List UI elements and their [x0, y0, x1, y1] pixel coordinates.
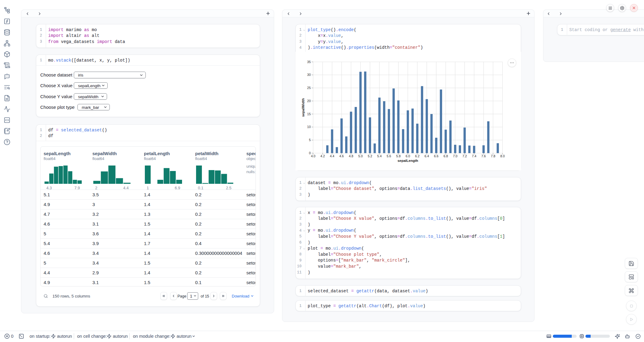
svg-text:4.6: 4.6 [339, 154, 344, 158]
svg-text:4.8: 4.8 [349, 154, 353, 158]
svg-text:10: 10 [307, 125, 311, 129]
svg-text:sepalWidth: sepalWidth [301, 98, 305, 117]
svg-text:35: 35 [307, 60, 311, 64]
svg-text:0: 0 [309, 151, 311, 155]
svg-text:6.0: 6.0 [406, 154, 410, 158]
svg-text:7.0: 7.0 [453, 154, 457, 158]
svg-text:7.4: 7.4 [472, 154, 477, 158]
svg-text:30: 30 [307, 73, 311, 77]
svg-text:5.8: 5.8 [396, 154, 401, 158]
svg-text:5.0: 5.0 [358, 154, 363, 158]
svg-text:5.6: 5.6 [387, 154, 391, 158]
svg-text:6.6: 6.6 [434, 154, 438, 158]
svg-text:6.4: 6.4 [424, 154, 429, 158]
svg-text:sepalLength: sepalLength [398, 159, 418, 162]
svg-text:4.0: 4.0 [311, 154, 316, 158]
svg-text:4.4: 4.4 [330, 154, 335, 158]
svg-text:20: 20 [307, 99, 311, 103]
svg-text:6.2: 6.2 [415, 154, 420, 158]
svg-text:5: 5 [309, 138, 311, 142]
svg-text:8.0: 8.0 [500, 154, 505, 158]
svg-text:25: 25 [307, 86, 311, 90]
svg-text:5.2: 5.2 [368, 154, 372, 158]
svg-text:7.8: 7.8 [491, 154, 496, 158]
svg-text:7.2: 7.2 [462, 154, 467, 158]
svg-text:5.4: 5.4 [377, 154, 382, 158]
svg-text:6.8: 6.8 [443, 154, 448, 158]
svg-text:15: 15 [307, 112, 311, 116]
svg-text:4.2: 4.2 [320, 154, 325, 158]
svg-text:7.6: 7.6 [481, 154, 486, 158]
